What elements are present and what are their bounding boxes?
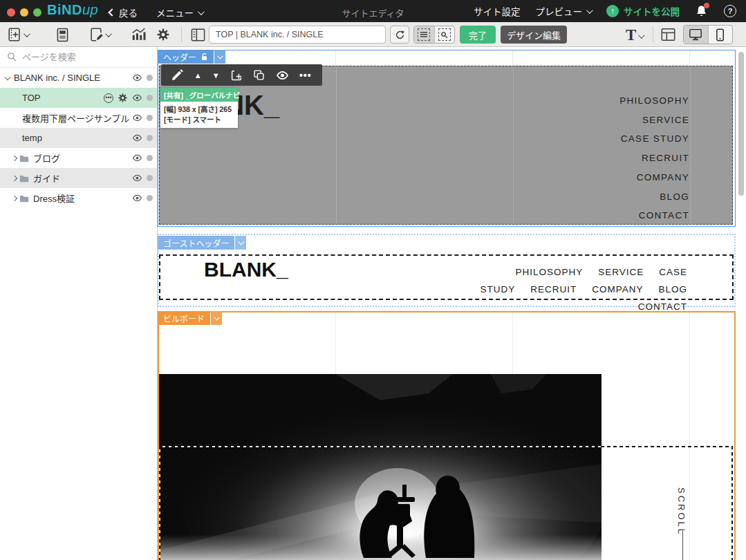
block-label-dropdown[interactable] — [211, 311, 222, 325]
block-label-dropdown[interactable] — [214, 50, 225, 64]
inspect-view-button[interactable] — [434, 26, 454, 43]
nav-link-company[interactable]: COMPANY — [592, 284, 643, 295]
block-view-button[interactable] — [414, 26, 434, 43]
toggle-sidebar-button[interactable] — [191, 22, 205, 47]
mobile-view-button[interactable] — [708, 26, 732, 44]
chevron-down-icon — [105, 30, 112, 37]
nav-link-service[interactable]: SERVICE — [598, 267, 644, 277]
maximize-window-icon[interactable] — [33, 8, 41, 17]
chevron-down-icon — [217, 53, 223, 59]
page-search-input[interactable] — [22, 52, 133, 62]
edit-pencil-icon[interactable] — [171, 69, 183, 81]
tree-page-sample[interactable]: 複数用下層ページサンプル — [0, 108, 157, 128]
chevron-collapsed-icon[interactable] — [12, 155, 17, 160]
nav-link-recruit[interactable]: RECRUIT — [530, 284, 577, 295]
canvas-scrollbar-thumb[interactable] — [738, 52, 744, 196]
nav-link-recruit[interactable]: RECRUIT — [619, 149, 689, 168]
page-edit-icon — [88, 27, 104, 42]
ghost-header-block-label[interactable]: ゴーストヘッダー — [158, 236, 246, 250]
move-down-icon[interactable]: ▼ — [212, 71, 220, 80]
page-tree-sidebar: BLANK inc. / SINGLE TOP ••• 複数用下層ページサンプル — [0, 47, 158, 560]
layout-icon — [661, 28, 675, 41]
nav-link-blog[interactable]: BLOG — [658, 284, 687, 295]
nav-link-philosophy[interactable]: PHILOSOPHY — [515, 267, 583, 277]
tooltip-title: [共有] _グローバルナビ — [160, 88, 238, 102]
global-nav: PHILOSOPHY SERVICE CASE STUDY RECRUIT CO… — [619, 91, 689, 225]
site-settings-button[interactable]: サイト設定 — [474, 4, 521, 18]
more-options-icon[interactable]: ••• — [299, 70, 312, 81]
nav-link-company[interactable]: COMPANY — [619, 168, 689, 187]
monitor-icon — [689, 28, 702, 41]
tree-folder-guide[interactable]: ガイド — [0, 168, 157, 188]
eye-icon[interactable] — [276, 71, 289, 80]
nav-link-contact[interactable]: CONTACT — [638, 301, 687, 312]
eye-icon[interactable] — [132, 134, 142, 142]
nav-link-case-study[interactable]: CASE STUDY — [480, 267, 687, 295]
move-up-icon[interactable]: ▲ — [194, 71, 202, 80]
nav-link-blog[interactable]: BLOG — [619, 187, 689, 207]
page-selector-input[interactable] — [209, 26, 386, 44]
settings-button[interactable] — [156, 22, 170, 47]
eye-icon[interactable] — [132, 194, 142, 202]
chevron-collapsed-icon[interactable] — [12, 175, 17, 180]
nav-link-service[interactable]: SERVICE — [619, 111, 689, 130]
tree-root-site[interactable]: BLANK inc. / SINGLE — [0, 68, 157, 88]
status-dot[interactable] — [147, 75, 153, 81]
status-dot[interactable] — [147, 175, 153, 181]
tree-folder-blog[interactable]: ブログ — [0, 148, 157, 168]
back-button[interactable]: 戻る — [109, 6, 138, 19]
add-page-icon — [7, 27, 22, 42]
menu-button[interactable]: メニュー — [156, 6, 203, 19]
toolbar-separator — [181, 27, 182, 42]
design-edit-button[interactable]: デザイン編集 — [501, 26, 567, 44]
status-dot[interactable] — [147, 115, 153, 121]
desktop-view-button[interactable] — [684, 26, 708, 44]
notifications-button[interactable] — [695, 4, 709, 18]
text-tool-button[interactable]: T — [626, 25, 643, 44]
block-label-dropdown[interactable] — [235, 236, 246, 250]
folder-icon — [19, 194, 29, 203]
nav-link-philosophy[interactable]: PHILOSOPHY — [619, 91, 689, 111]
device-toggle — [683, 25, 733, 44]
billboard-block-label[interactable]: ビルボード — [158, 311, 222, 325]
close-window-icon[interactable] — [7, 8, 15, 17]
chart-icon — [131, 28, 146, 41]
status-dot[interactable] — [147, 135, 153, 141]
edit-page-button[interactable] — [88, 22, 110, 47]
tree-page-temp[interactable]: temp — [0, 128, 157, 148]
eye-icon[interactable] — [132, 94, 142, 102]
publish-site-button[interactable]: ↑ サイトを公開 — [606, 4, 680, 18]
header-block-label[interactable]: ヘッダー — [158, 50, 225, 64]
top-bar: BiNDup 戻る メニュー サイトエディタ サイト設定 プレビュー ↑ サイト… — [0, 0, 746, 22]
tree-folder-dress[interactable]: Dress検証 — [0, 188, 157, 208]
page-list-button[interactable] — [57, 22, 68, 47]
reload-button[interactable] — [390, 26, 409, 44]
done-button[interactable]: 完了 — [460, 26, 496, 44]
analytics-button[interactable] — [131, 22, 146, 47]
tree-page-top[interactable]: TOP ••• — [0, 88, 157, 108]
help-button[interactable]: ? — [724, 5, 736, 17]
gear-icon[interactable] — [118, 93, 128, 103]
page-status-icon[interactable]: ••• — [104, 93, 113, 103]
billboard-hero-image[interactable] — [159, 374, 602, 560]
chevron-expanded-icon[interactable] — [5, 74, 10, 80]
add-block-icon[interactable] — [230, 69, 243, 82]
chevron-down-icon — [214, 315, 219, 320]
chevron-collapsed-icon[interactable] — [12, 195, 17, 200]
add-page-button[interactable] — [7, 22, 28, 47]
status-dot[interactable] — [147, 155, 153, 161]
layout-button[interactable] — [661, 22, 675, 47]
status-dot[interactable] — [147, 195, 153, 201]
eye-icon[interactable] — [132, 174, 142, 182]
preview-button[interactable]: プレビュー — [536, 4, 592, 18]
nav-link-contact[interactable]: CONTACT — [619, 206, 689, 225]
duplicate-icon[interactable] — [253, 69, 265, 81]
eye-icon[interactable] — [132, 154, 142, 162]
minimize-window-icon[interactable] — [20, 8, 28, 17]
eye-icon[interactable] — [132, 74, 142, 82]
status-dot[interactable] — [147, 95, 153, 101]
eye-icon[interactable] — [132, 114, 142, 122]
window-controls — [7, 7, 46, 19]
nav-link-case-study[interactable]: CASE STUDY — [619, 129, 689, 149]
ghost-nav-row: PHILOSOPHYSERVICECASE STUDYRECRUITCOMPAN… — [300, 263, 687, 298]
